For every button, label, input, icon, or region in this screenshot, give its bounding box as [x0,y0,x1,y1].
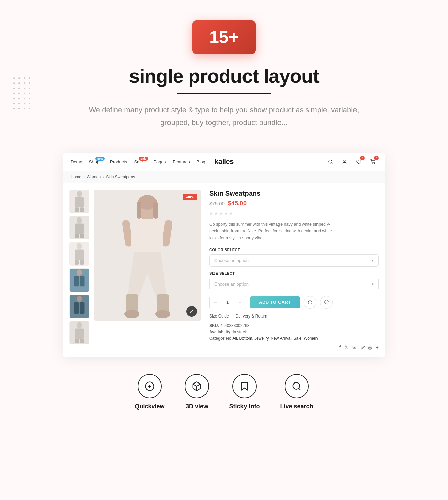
color-placeholder: Choose an option [214,258,249,263]
delivery-return-link[interactable]: Delivery & Return [236,314,267,319]
svg-point-40 [124,310,139,318]
svg-rect-27 [80,302,85,314]
breadcrumb-women[interactable]: Women [87,175,101,179]
svg-rect-45 [153,202,158,219]
svg-rect-8 [75,207,79,212]
color-select-label: COLOR SELECT [209,248,379,252]
quantity-increase-button[interactable]: + [234,296,246,309]
nav-icon-group: 0 0 [326,157,377,166]
add-to-cart-row: − 1 + ADD TO CART [209,296,379,309]
breadcrumb: Home › Women › Skin Sweatpans [63,171,385,183]
color-select[interactable]: Choose an option ▾ [209,254,379,267]
nav-demo[interactable]: Demo [71,159,82,164]
product-meta-links: Size Guide Delivery & Return [209,314,379,319]
svg-rect-23 [80,276,85,286]
product-sku: SKU: 4540383002763 [209,323,379,328]
feature-live-search: Live search [280,374,313,410]
product-area: -40% [63,183,385,357]
quantity-decrease-button[interactable]: − [210,296,221,309]
svg-point-16 [77,243,82,249]
wishlist-icon[interactable]: 0 [354,157,363,166]
nav-features[interactable]: Features [173,159,190,164]
thumbnail-4[interactable] [69,268,89,292]
svg-point-29 [77,322,82,328]
wishlist-add-icon[interactable] [320,296,333,309]
more-icon[interactable]: + [376,345,379,350]
svg-point-6 [77,191,82,197]
sticky-info-icon[interactable] [232,374,257,398]
discount-badge: -40% [183,194,197,200]
feature-3d-view: 3D view [185,374,209,410]
svg-point-0 [328,160,332,163]
nav-links: Demo Shop New Products Sale Sale Pages F… [71,159,326,164]
size-select[interactable]: Choose an option ▾ [209,278,379,290]
svg-rect-32 [80,339,84,343]
thumbnail-2[interactable] [69,216,89,239]
product-thumbnails [69,190,89,351]
svg-rect-12 [75,223,84,234]
nav-pages[interactable]: Pages [153,159,166,164]
size-guide-link[interactable]: Size Guide [209,314,229,319]
hero-section: 15+ single product layout We define many… [0,0,448,139]
thumbnail-5[interactable] [69,295,89,318]
svg-line-51 [299,388,300,390]
search-nav-icon[interactable] [326,157,335,166]
product-description: Go sporty this summer with this vintage … [209,221,337,242]
svg-rect-7 [75,197,84,207]
svg-point-11 [77,217,82,223]
add-to-cart-button[interactable]: ADD TO CART [250,296,300,308]
chevron-down-icon-2: ▾ [372,282,374,286]
nav-sale[interactable]: Sale Sale [134,159,143,164]
quickview-icon[interactable] [138,374,162,398]
svg-rect-19 [80,260,84,265]
svg-rect-37 [131,219,163,253]
features-section: Quickview 3D view Sticky Info Live searc… [0,357,448,427]
svg-rect-13 [75,234,79,238]
nav-shop[interactable]: Shop New [89,159,99,164]
price-row: $75.00 $45.00 [209,200,379,207]
3d-view-icon[interactable] [185,374,209,398]
thumbnail-1[interactable] [69,190,89,213]
pinterest-icon[interactable]: 𝒫 [361,345,364,351]
cart-icon[interactable]: 0 [368,157,377,166]
svg-point-25 [77,296,82,302]
nav-blog[interactable]: Blog [197,159,206,164]
live-search-label: Live search [280,403,313,410]
dots-decoration [13,77,30,113]
main-product-image: -40% [94,190,201,321]
twitter-icon[interactable]: 𝕏 [345,345,348,350]
svg-point-41 [155,310,170,318]
chevron-down-icon: ▾ [372,258,374,263]
svg-rect-14 [80,234,84,238]
wishlist-count: 0 [360,156,365,160]
expand-button[interactable]: ⤢ [186,306,197,317]
email-icon[interactable]: ✉ [352,345,357,350]
breadcrumb-home[interactable]: Home [71,175,81,179]
facebook-icon[interactable]: f [339,345,341,350]
svg-rect-30 [75,328,84,339]
nav-products[interactable]: Products [110,159,127,164]
product-availability: Availability: In stock [209,330,379,334]
svg-point-4 [374,163,374,164]
new-badge: New [95,157,105,161]
product-name: Skin Sweatpans [209,190,379,197]
svg-rect-26 [74,302,79,314]
quantity-control: − 1 + [209,296,246,309]
thumbnail-3[interactable] [69,242,89,266]
cart-count: 0 [374,156,379,160]
svg-rect-22 [74,276,79,286]
product-categories: Categories: All, Bottom, Jewellry, New A… [209,336,379,341]
refresh-icon[interactable] [304,296,316,309]
quantity-value: 1 [221,296,234,309]
price-new: $45.00 [228,200,247,207]
thumbnail-6[interactable] [69,321,89,344]
product-mockup: Demo Shop New Products Sale Sale Pages F… [63,153,385,357]
nav-bar: Demo Shop New Products Sale Sale Pages F… [63,153,385,171]
sale-badge: Sale [139,157,148,161]
star-rating: ★ ★ ★ ★ ★ [209,211,379,216]
live-search-icon[interactable] [285,374,309,398]
account-icon[interactable] [340,157,349,166]
sticky-info-label: Sticky Info [229,403,260,410]
svg-line-1 [331,163,332,164]
messenger-icon[interactable]: ◎ [368,345,372,350]
